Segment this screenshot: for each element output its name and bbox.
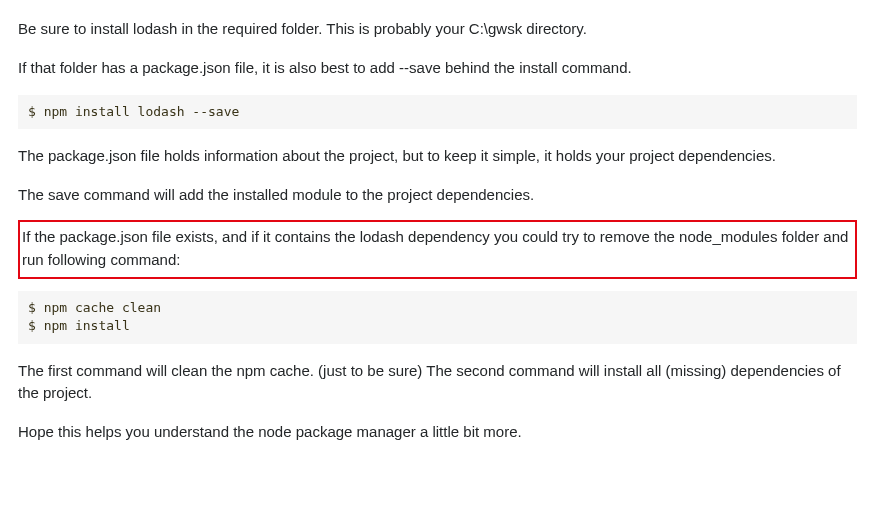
paragraph-explanation: The first command will clean the npm cac…	[18, 360, 857, 405]
code-block-install: $ npm install lodash --save	[18, 95, 857, 129]
code-block-cache-install: $ npm cache clean $ npm install	[18, 291, 857, 343]
paragraph-highlighted: If the package.json file exists, and if …	[22, 226, 853, 271]
paragraph-closing: Hope this helps you understand the node …	[18, 421, 857, 444]
paragraph-packagejson-info: The package.json file holds information …	[18, 145, 857, 168]
paragraph-save-command: The save command will add the installed …	[18, 184, 857, 207]
paragraph-save-note: If that folder has a package.json file, …	[18, 57, 857, 80]
highlighted-box: If the package.json file exists, and if …	[18, 220, 857, 279]
paragraph-intro: Be sure to install lodash in the require…	[18, 18, 857, 41]
